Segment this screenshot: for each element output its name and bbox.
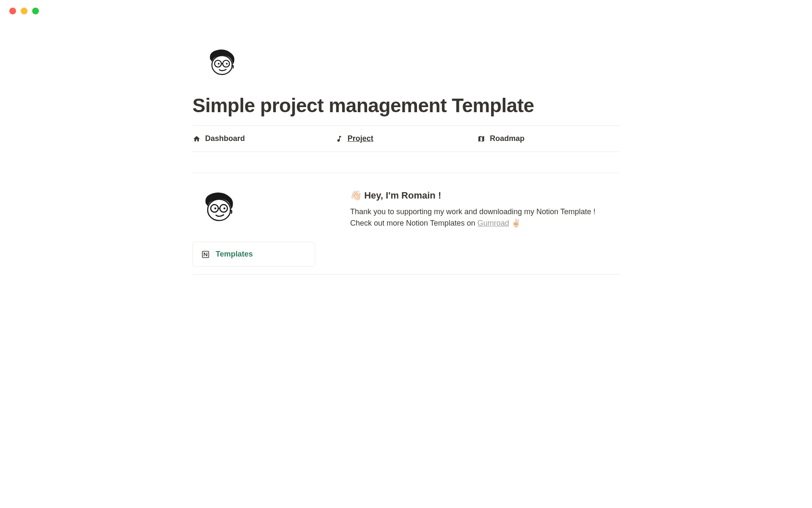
notion-icon <box>201 250 210 259</box>
window-close-button[interactable] <box>9 8 16 14</box>
spacer <box>192 152 620 173</box>
intro-line2-prefix: Check out more Notion Templates on <box>350 219 477 227</box>
intro-text: 👋🏻 Hey, I'm Romain ! Thank you to suppor… <box>350 190 620 229</box>
templates-card-label: Templates <box>216 250 253 259</box>
svg-point-5 <box>226 63 228 64</box>
intro-heading: 👋🏻 Hey, I'm Romain ! <box>350 190 620 201</box>
window-minimize-button[interactable] <box>21 8 27 14</box>
divider <box>192 274 620 275</box>
nav-item-roadmap[interactable]: Roadmap <box>477 126 620 152</box>
avatar-icon <box>200 190 238 228</box>
intro-avatar <box>200 190 238 228</box>
window-controls <box>0 0 812 22</box>
window-maximize-button[interactable] <box>32 8 39 14</box>
nav-item-project[interactable]: Project <box>335 126 477 152</box>
page-content: Simple project management Template Dashb… <box>152 47 660 275</box>
music-icon <box>335 135 343 143</box>
nav-item-dashboard[interactable]: Dashboard <box>192 126 335 152</box>
intro-heading-text: Hey, I'm Romain ! <box>364 190 441 201</box>
svg-point-4 <box>218 63 219 64</box>
nav-label: Project <box>348 134 373 143</box>
avatar-icon <box>205 47 239 81</box>
page-icon[interactable] <box>205 47 620 81</box>
intro-section: 👋🏻 Hey, I'm Romain ! Thank you to suppor… <box>192 173 620 242</box>
templates-card[interactable]: Templates <box>192 242 315 267</box>
intro-line1: Thank you to supporting my work and down… <box>350 207 595 216</box>
gumroad-link[interactable]: Gumroad <box>477 219 509 227</box>
nav-label: Roadmap <box>490 134 524 143</box>
map-icon <box>477 135 486 143</box>
home-icon <box>192 135 201 143</box>
intro-line2-suffix: ✌🏻 <box>509 219 521 227</box>
intro-body: Thank you to supporting my work and down… <box>350 206 620 229</box>
nav-row: Dashboard Project Roadmap <box>192 126 620 152</box>
wave-emoji: 👋🏻 <box>350 190 362 201</box>
page-title: Simple project management Template <box>192 94 620 117</box>
svg-point-11 <box>223 207 225 210</box>
nav-label: Dashboard <box>205 134 245 143</box>
svg-point-10 <box>214 207 217 210</box>
